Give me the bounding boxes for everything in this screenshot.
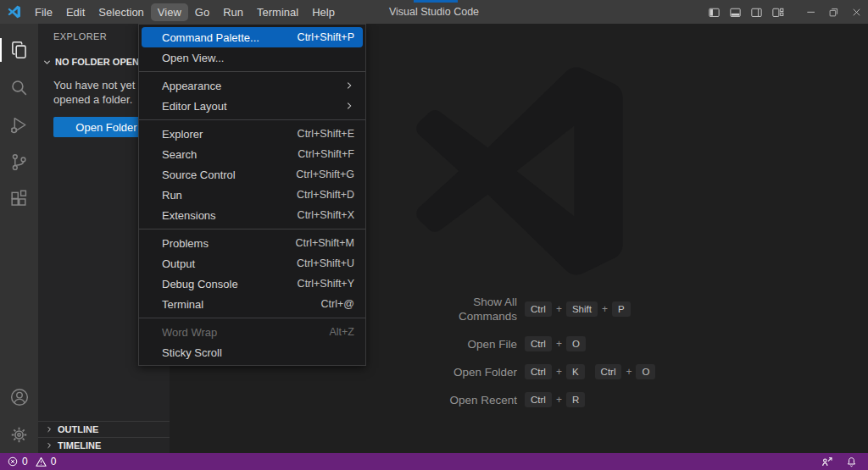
share-status-item[interactable] — [821, 455, 834, 468]
menu-item-label: Run — [162, 189, 182, 202]
restore-icon — [827, 6, 840, 19]
menu-item-debug-console[interactable]: Debug Console Ctrl+Shift+Y — [142, 274, 363, 294]
watermark-label: Open File — [420, 337, 517, 351]
menu-edit[interactable]: Edit — [59, 3, 92, 21]
run-and-debug-icon — [8, 114, 30, 135]
menu-item-shortcut: Ctrl+@ — [321, 298, 354, 310]
menu-terminal[interactable]: Terminal — [250, 3, 305, 21]
problems-status-item[interactable]: 0 0 — [7, 456, 56, 468]
close-button[interactable] — [845, 0, 868, 24]
watermark-label: Show All Commands — [420, 295, 517, 323]
menu-help[interactable]: Help — [305, 3, 342, 21]
timeline-section-header[interactable]: TIMELINE — [38, 437, 170, 453]
layout-sidebar-left-icon — [707, 5, 721, 19]
menu-item-shortcut: Ctrl+Shift+P — [298, 31, 354, 43]
watermark-label: Open Recent — [420, 393, 517, 407]
toggle-secondary-sidebar-button[interactable] — [746, 2, 767, 22]
keycap: Ctrl — [525, 301, 552, 317]
menu-item-problems[interactable]: Problems Ctrl+Shift+M — [142, 233, 363, 253]
menu-item-word-wrap: Word Wrap Alt+Z — [142, 322, 363, 342]
menu-item-label: Extensions — [162, 209, 216, 222]
menu-item-label: Debug Console — [162, 278, 238, 290]
account-icon — [8, 386, 31, 408]
watermark-keys: Ctrl + R — [525, 392, 720, 407]
files-icon — [8, 39, 31, 61]
keycap: Ctrl — [525, 392, 552, 407]
watermark-label: Open Folder — [420, 365, 517, 379]
watermark-row: Open Folder Ctrl + K Ctrl + O — [420, 364, 720, 379]
vscode-window: File Edit Selection View Go Run Terminal… — [0, 0, 868, 470]
menu-file[interactable]: File — [28, 3, 59, 21]
toggle-panel-button[interactable] — [725, 2, 746, 22]
keycap: Shift — [566, 301, 598, 317]
outline-label: OUTLINE — [58, 424, 98, 434]
chevron-down-icon — [42, 58, 52, 67]
notifications-status-item[interactable] — [845, 456, 858, 468]
search-icon — [8, 77, 30, 98]
source-control-icon — [8, 152, 30, 173]
menu-item-appearance[interactable]: Appearance — [142, 75, 363, 96]
sidebar-bottom-panels: OUTLINE TIMELINE — [38, 421, 170, 453]
activitybar-settings[interactable] — [0, 417, 38, 452]
menu-item-label: Open View... — [162, 52, 224, 64]
menu-view[interactable]: View — [151, 3, 188, 21]
restore-button[interactable] — [822, 0, 845, 24]
activitybar-accounts[interactable] — [0, 379, 38, 415]
keycap: K — [566, 364, 585, 379]
activitybar-search[interactable] — [0, 69, 38, 105]
menu-item-search[interactable]: Search Ctrl+Shift+F — [142, 144, 363, 164]
submenu-arrow-icon — [344, 80, 354, 91]
menu-item-run[interactable]: Run Ctrl+Shift+D — [142, 185, 363, 205]
menu-item-shortcut: Ctrl+Shift+G — [296, 169, 354, 180]
sidebar-title: EXPLORER — [53, 31, 107, 41]
submenu-arrow-icon — [344, 101, 354, 111]
watermark-keys: Ctrl + O — [525, 336, 720, 351]
extensions-icon — [8, 189, 30, 210]
menu-item-extensions[interactable]: Extensions Ctrl+Shift+X — [142, 205, 363, 225]
customize-layout-button[interactable] — [767, 2, 788, 22]
menu-item-editor-layout[interactable]: Editor Layout — [142, 96, 363, 116]
customize-layout-icon — [771, 5, 785, 19]
outline-section-header[interactable]: OUTLINE — [38, 421, 170, 437]
plus-separator: + — [626, 366, 632, 378]
keycap: R — [566, 392, 585, 407]
menu-item-source-control[interactable]: Source Control Ctrl+Shift+G — [142, 164, 363, 185]
menu-item-output[interactable]: Output Ctrl+Shift+U — [142, 253, 363, 274]
activitybar-run-and-debug[interactable] — [0, 107, 38, 142]
warning-icon — [35, 456, 47, 468]
watermark-keys: Ctrl + K Ctrl + O — [525, 364, 720, 379]
menu-item-open-view[interactable]: Open View... — [142, 47, 363, 68]
person-arrow-icon — [821, 455, 834, 468]
menu-separator — [139, 318, 365, 318]
menu-item-terminal[interactable]: Terminal Ctrl+@ — [142, 294, 363, 314]
keycap: P — [612, 301, 631, 317]
menu-go[interactable]: Go — [188, 3, 216, 21]
minimize-button[interactable] — [799, 0, 822, 24]
keycap: Ctrl — [525, 364, 552, 379]
watermark-row: Show All Commands Ctrl + Shift + P — [420, 295, 720, 323]
menu-item-label: Source Control — [162, 169, 236, 181]
keycap: O — [566, 336, 586, 351]
menu-item-shortcut: Ctrl+Shift+Y — [298, 278, 354, 290]
toggle-primary-sidebar-button[interactable] — [704, 2, 725, 22]
menu-selection[interactable]: Selection — [92, 3, 150, 21]
keycap: O — [636, 364, 655, 379]
activitybar-extensions[interactable] — [0, 181, 38, 217]
timeline-label: TIMELINE — [58, 440, 101, 451]
menu-item-shortcut: Alt+Z — [329, 326, 354, 338]
menu-item-label: Word Wrap — [162, 326, 217, 339]
menu-run[interactable]: Run — [216, 3, 250, 21]
activitybar-explorer[interactable] — [0, 32, 38, 68]
menu-separator — [139, 71, 365, 72]
menu-item-sticky-scroll[interactable]: Sticky Scroll — [142, 342, 363, 362]
vscode-watermark-logo — [411, 56, 633, 286]
activitybar-source-control[interactable] — [0, 144, 38, 180]
keycap: Ctrl — [525, 336, 552, 351]
plus-separator: + — [602, 303, 608, 315]
menu-separator — [139, 229, 365, 229]
menu-item-label: Output — [162, 257, 195, 270]
menu-item-explorer[interactable]: Explorer Ctrl+Shift+E — [142, 124, 363, 144]
titlebar: File Edit Selection View Go Run Terminal… — [0, 0, 868, 24]
watermark-row: Open Recent Ctrl + R — [420, 392, 720, 407]
menu-item-command-palette[interactable]: Command Palette... Ctrl+Shift+P — [142, 27, 363, 47]
